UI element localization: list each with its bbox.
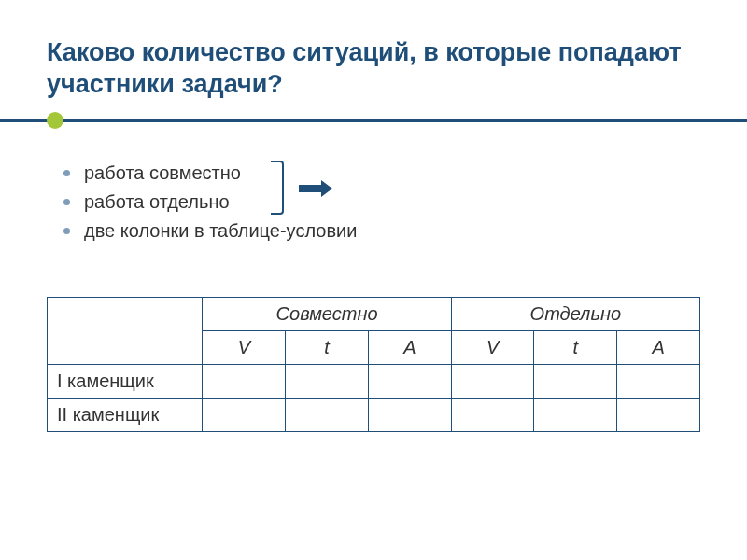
table-cell [286,364,369,398]
table-col-header: t [286,330,369,364]
row-label: I каменщик [48,364,203,398]
table-col-header: A [368,330,451,364]
table-group-header: Отдельно [451,297,699,330]
table-cell [203,398,286,431]
table-cell [617,364,700,398]
table-row: II каменщик [48,398,700,431]
bullet-item: работа совместно [63,159,700,188]
bullet-item: две колонки в таблице-условии [63,217,700,245]
table-col-header: A [617,330,700,364]
bullet-item: работа отдельно [63,188,700,217]
condition-table: Совместно Отдельно V t A V t A I каменщи… [47,297,700,432]
bullet-list: работа совместно работа отдельно две кол… [63,159,700,245]
table-cell [617,398,700,431]
table-group-header: Совместно [203,297,451,330]
table-col-header: V [203,330,286,364]
table-cell [286,398,369,431]
table-corner [48,297,203,364]
table-cell [368,398,451,431]
table-cell [534,364,617,398]
row-label: II каменщик [48,398,203,431]
divider [47,112,700,129]
table-cell [451,398,534,431]
slide-title: Каково количество ситуаций, в которые по… [47,37,700,101]
table-cell [368,364,451,398]
table-cell [203,364,286,398]
table-cell [451,364,534,398]
table-row: I каменщик [48,364,700,398]
table-cell [534,398,617,431]
table-col-header: t [534,330,617,364]
table-col-header: V [451,330,534,364]
bracket-arrow-icon [271,161,336,217]
